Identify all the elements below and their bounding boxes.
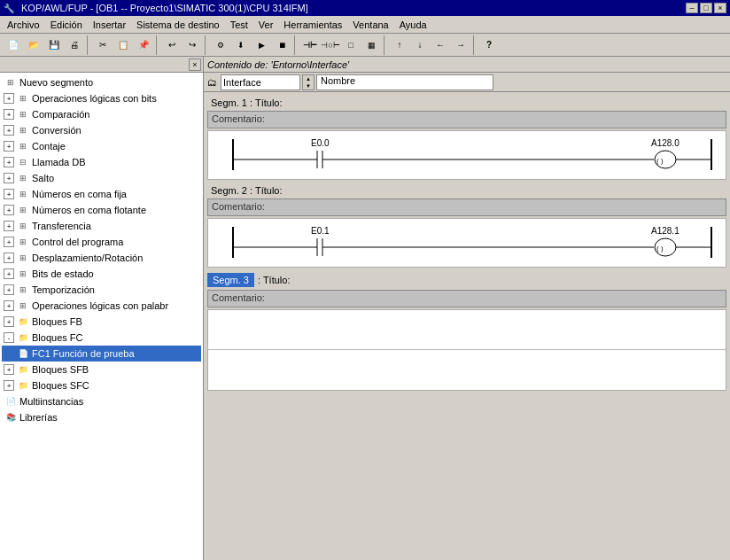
- tb-left[interactable]: ←: [431, 35, 450, 55]
- coil1-label: A128.0: [651, 138, 680, 148]
- tb-help[interactable]: ?: [479, 35, 499, 55]
- minimize-button[interactable]: –: [686, 3, 698, 13]
- tb-save[interactable]: 💾: [44, 35, 64, 55]
- ladder-area[interactable]: Segm. 1 : Título: Comentario:: [204, 92, 730, 560]
- menu-ventana[interactable]: Ventana: [347, 18, 393, 32]
- expand-icon[interactable]: +: [4, 205, 14, 215]
- tree-item-label: Multiinstancias: [19, 396, 83, 407]
- expand-icon[interactable]: +: [4, 125, 14, 136]
- tree-coma-flotante[interactable]: + ⊞ Números en coma flotante: [2, 202, 201, 218]
- left-panel-close[interactable]: ×: [189, 58, 201, 71]
- expand-icon[interactable]: +: [4, 316, 14, 327]
- tree-librerias[interactable]: 📚 Librerías: [2, 409, 201, 425]
- tree-item-label: Operaciones lógicas con bits: [32, 93, 157, 104]
- tb-right[interactable]: →: [451, 35, 470, 55]
- menu-test[interactable]: Test: [225, 18, 253, 32]
- tb-new[interactable]: 📄: [4, 35, 23, 55]
- tree-llamada-db[interactable]: + ⊟ Llamada DB: [2, 154, 201, 170]
- tb-compile[interactable]: ⚙: [211, 35, 230, 55]
- interface-dropdown[interactable]: Interface: [221, 74, 300, 90]
- rung-2-svg: E0.1 A128.1 ( ): [215, 222, 718, 261]
- tree-item-label: Bloques FB: [32, 316, 82, 327]
- coma-flotante-icon: ⊞: [16, 203, 30, 217]
- tb-undo[interactable]: ↩: [162, 35, 182, 55]
- menu-archivo[interactable]: Archivo: [2, 18, 45, 32]
- tree-bloques-sfb[interactable]: + 📁 Bloques SFB: [2, 362, 201, 377]
- expand-icon[interactable]: +: [4, 93, 14, 104]
- expand-icon[interactable]: +: [4, 157, 14, 167]
- tree-operaciones-bits[interactable]: + ⊞ Operaciones lógicas con bits: [2, 90, 201, 106]
- tb-up[interactable]: ↑: [390, 35, 409, 55]
- interface-arrow-up[interactable]: ▲: [303, 75, 314, 82]
- expand-icon[interactable]: +: [4, 284, 14, 295]
- tree-desplazamiento[interactable]: + ⊞ Desplazamiento/Rotación: [2, 250, 201, 266]
- expand-icon[interactable]: +: [4, 300, 14, 311]
- tree-op-logicas-palabras[interactable]: + ⊞ Operaciones lógicas con palabr: [2, 298, 201, 314]
- maximize-button[interactable]: □: [700, 3, 712, 13]
- tb-redo[interactable]: ↪: [182, 35, 202, 55]
- title-bar-controls: – □ ×: [686, 3, 726, 13]
- menu-ver[interactable]: Ver: [253, 18, 279, 32]
- tb-paste[interactable]: 📌: [134, 35, 153, 55]
- menu-edicion[interactable]: Edición: [45, 18, 88, 32]
- expand-icon[interactable]: +: [4, 189, 14, 199]
- tree-item-label: FC1 Función de prueba: [32, 348, 135, 359]
- tree-item-label: Bloques SFC: [32, 380, 89, 391]
- expand-icon[interactable]: +: [4, 173, 14, 183]
- interface-arrow-down[interactable]: ▼: [303, 82, 314, 89]
- tree-bloques-sfc[interactable]: + 📁 Bloques SFC: [2, 377, 201, 393]
- tree-bloques-fb[interactable]: + 📁 Bloques FB: [2, 314, 201, 330]
- tree-coma-fija[interactable]: + ⊞ Números en coma fija: [2, 186, 201, 202]
- tree-contaje[interactable]: + ⊞ Contaje: [2, 138, 201, 154]
- expand-icon[interactable]: +: [4, 109, 14, 120]
- tree-bloques-fc[interactable]: - 📁 Bloques FC: [2, 330, 201, 346]
- tb-contacts[interactable]: ⊣⊢: [300, 35, 320, 55]
- tb-print[interactable]: 🖨: [65, 35, 84, 55]
- tree-comparacion[interactable]: + ⊞ Comparación: [2, 106, 201, 122]
- tree-transferencia[interactable]: + ⊞ Transferencia: [2, 218, 201, 234]
- expand-icon[interactable]: +: [4, 268, 14, 279]
- tree-temporizacion[interactable]: + ⊞ Temporización: [2, 282, 201, 298]
- menu-sistema[interactable]: Sistema de destino: [131, 18, 225, 32]
- close-button[interactable]: ×: [714, 3, 726, 13]
- tb-down[interactable]: ↓: [410, 35, 430, 55]
- tb-download[interactable]: ⬇: [231, 35, 251, 55]
- left-panel-header: ×: [0, 57, 203, 73]
- transferencia-icon: ⊞: [16, 219, 30, 233]
- bloques-fb-icon: 📁: [16, 315, 30, 329]
- bits-estado-icon: ⊞: [16, 267, 30, 281]
- tree-nuevo-segmento[interactable]: ⊞ Nuevo segmento: [2, 74, 201, 90]
- name-label: Nombre: [321, 75, 355, 86]
- tree-bits-estado[interactable]: + ⊞ Bits de estado: [2, 266, 201, 282]
- tree-item-label: Llamada DB: [32, 157, 86, 167]
- expand-icon[interactable]: +: [4, 380, 14, 391]
- contact2-label: E0.1: [311, 226, 330, 236]
- expand-icon[interactable]: +: [4, 141, 14, 152]
- expand-icon[interactable]: +: [4, 237, 14, 247]
- bloques-fc-icon: 📁: [16, 331, 30, 345]
- despl-icon: ⊞: [16, 251, 30, 265]
- tree-conversion[interactable]: + ⊞ Conversión: [2, 122, 201, 138]
- tree-multiinstancias[interactable]: 📄 Multiinstancias: [2, 393, 201, 409]
- interface-arrows: ▲ ▼: [302, 74, 315, 90]
- menu-ayuda[interactable]: Ayuda: [394, 18, 432, 32]
- tb-btn5[interactable]: ▶: [252, 35, 271, 55]
- tree-salto[interactable]: + ⊞ Salto: [2, 170, 201, 186]
- tb-coil[interactable]: ⊣○⊢: [321, 35, 340, 55]
- expand-icon[interactable]: +: [4, 364, 14, 375]
- tb-func[interactable]: □: [341, 35, 361, 55]
- tree-control-programa[interactable]: + ⊞ Control del programa: [2, 234, 201, 250]
- menu-insertar[interactable]: Insertar: [88, 18, 131, 32]
- content-header-label: Contenido de: 'Entorno\Interface': [207, 59, 349, 70]
- tb-copy[interactable]: 📋: [113, 35, 133, 55]
- tb-open[interactable]: 📂: [24, 35, 43, 55]
- expand-icon[interactable]: -: [4, 332, 14, 343]
- tb-func2[interactable]: ▦: [361, 35, 381, 55]
- tb-sep3: [205, 35, 208, 55]
- tb-cut[interactable]: ✂: [93, 35, 113, 55]
- expand-icon[interactable]: +: [4, 253, 14, 263]
- menu-herramientas[interactable]: Herramientas: [278, 18, 347, 32]
- expand-icon[interactable]: +: [4, 221, 14, 231]
- tb-btn6[interactable]: ⏹: [272, 35, 291, 55]
- tree-fc1[interactable]: 📄 FC1 Función de prueba: [2, 346, 201, 362]
